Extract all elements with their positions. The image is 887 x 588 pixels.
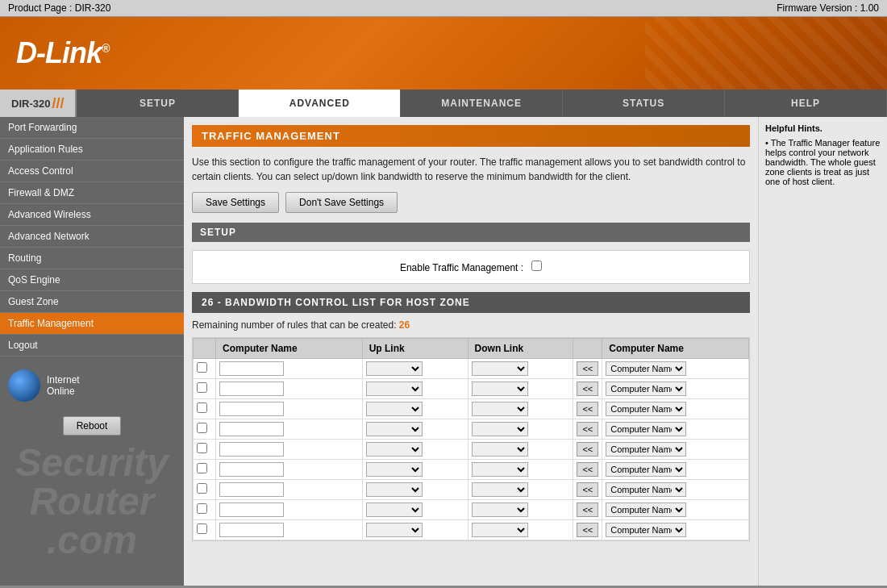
computer-name-select-7[interactable]: Computer Name (606, 503, 686, 517)
col-computer-name: Computer Name (216, 339, 363, 359)
sidebar-item-firewall-dmz[interactable]: Firewall & DMZ (0, 182, 184, 204)
computer-name-input-1[interactable] (219, 382, 284, 396)
section-title: TRAFFIC MANAGEMENT (192, 125, 750, 147)
table-row: << Computer Name (194, 520, 749, 540)
downlink-select-1[interactable] (472, 382, 528, 396)
downlink-select-8[interactable] (472, 523, 528, 537)
computer-name-input-3[interactable] (219, 422, 284, 436)
fill-button-6[interactable]: << (577, 482, 598, 497)
col-uplink: Up Link (362, 339, 468, 359)
downlink-select-6[interactable] (472, 482, 528, 497)
sidebar-item-port-forwarding[interactable]: Port Forwarding (0, 117, 184, 139)
computer-name-select-2[interactable]: Computer Name (606, 402, 686, 416)
row-checkbox-6[interactable] (197, 483, 207, 494)
remaining-text: Remaining number of rules that can be cr… (192, 319, 750, 331)
computer-name-input-0[interactable] (219, 361, 284, 376)
main-content: TRAFFIC MANAGEMENT Use this section to c… (184, 117, 758, 586)
uplink-select-4[interactable] (366, 442, 423, 457)
row-checkbox-0[interactable] (197, 362, 207, 373)
nav-tabs: DIR-320 /// SETUP ADVANCED MAINTENANCE S… (0, 90, 887, 117)
uplink-select-8[interactable] (366, 523, 423, 537)
fill-button-8[interactable]: << (577, 523, 598, 537)
computer-name-select-0[interactable]: Computer Name (606, 361, 686, 376)
fill-button-7[interactable]: << (577, 503, 598, 517)
row-checkbox-5[interactable] (197, 463, 207, 473)
internet-status: Online (47, 386, 80, 397)
sidebar-item-advanced-wireless[interactable]: Advanced Wireless (0, 204, 184, 226)
bandwidth-title: 26 - BANDWIDTH CONTROL LIST FOR HOST ZON… (192, 292, 750, 313)
sidebar-item-access-control[interactable]: Access Control (0, 161, 184, 182)
computer-name-select-1[interactable]: Computer Name (606, 382, 686, 396)
sidebar: Port Forwarding Application Rules Access… (0, 117, 184, 586)
computer-name-select-4[interactable]: Computer Name (606, 442, 686, 457)
enable-traffic-checkbox[interactable] (531, 261, 542, 271)
computer-name-input-5[interactable] (219, 462, 284, 477)
downlink-select-2[interactable] (472, 402, 528, 416)
downlink-select-4[interactable] (472, 442, 528, 457)
sidebar-item-routing[interactable]: Routing (0, 248, 184, 269)
table-row: << Computer Name (194, 440, 749, 460)
col-downlink: Down Link (468, 339, 573, 359)
downlink-select-0[interactable] (472, 361, 528, 376)
table-row: << Computer Name (194, 460, 749, 480)
row-checkbox-4[interactable] (197, 443, 207, 453)
row-checkbox-7[interactable] (197, 503, 207, 514)
computer-name-input-8[interactable] (219, 523, 284, 537)
reboot-button[interactable]: Reboot (63, 416, 122, 436)
bandwidth-table-container: Computer Name Up Link Down Link Computer… (192, 337, 750, 541)
tab-status[interactable]: STATUS (563, 90, 725, 117)
computer-name-input-6[interactable] (219, 482, 284, 497)
uplink-select-1[interactable] (366, 382, 423, 396)
row-checkbox-1[interactable] (197, 382, 207, 393)
enable-label: Enable Traffic Management : (400, 261, 542, 273)
sidebar-item-application-rules[interactable]: Application Rules (0, 139, 184, 161)
computer-name-select-6[interactable]: Computer Name (606, 482, 686, 497)
row-checkbox-3[interactable] (197, 423, 207, 433)
uplink-select-2[interactable] (366, 402, 423, 416)
sidebar-item-advanced-network[interactable]: Advanced Network (0, 226, 184, 248)
sidebar-internet-status: Internet Online (0, 361, 184, 410)
help-text: • The Traffic Manager feature helps cont… (765, 138, 881, 186)
row-checkbox-8[interactable] (197, 523, 207, 534)
content-wrapper: TRAFFIC MANAGEMENT Use this section to c… (184, 117, 887, 586)
fill-button-3[interactable]: << (577, 422, 598, 436)
tab-maintenance[interactable]: MAINTENANCE (401, 90, 563, 117)
table-row: << Computer Name (194, 480, 749, 500)
computer-name-select-5[interactable]: Computer Name (606, 462, 686, 477)
sidebar-item-logout[interactable]: Logout (0, 335, 184, 357)
internet-label: Internet (47, 374, 80, 386)
computer-name-select-3[interactable]: Computer Name (606, 422, 686, 436)
dont-save-button[interactable]: Don't Save Settings (285, 192, 398, 213)
computer-name-input-4[interactable] (219, 442, 284, 457)
fill-button-4[interactable]: << (577, 442, 598, 457)
computer-name-input-2[interactable] (219, 402, 284, 416)
setup-box: Enable Traffic Management : (192, 250, 750, 284)
row-checkbox-2[interactable] (197, 402, 207, 413)
fill-button-5[interactable]: << (577, 462, 598, 477)
sidebar-item-guest-zone[interactable]: Guest Zone (0, 291, 184, 313)
fill-button-0[interactable]: << (577, 361, 598, 376)
fill-button-1[interactable]: << (577, 382, 598, 396)
tab-setup[interactable]: SETUP (77, 90, 239, 117)
sidebar-item-traffic-management[interactable]: Traffic Management (0, 313, 184, 335)
uplink-select-0[interactable] (366, 361, 423, 376)
save-settings-button[interactable]: Save Settings (192, 192, 279, 213)
fill-button-2[interactable]: << (577, 402, 598, 416)
uplink-select-5[interactable] (366, 462, 423, 477)
nav-slash: /// (52, 95, 64, 112)
downlink-select-7[interactable] (472, 503, 528, 517)
top-bar: Product Page : DIR-320 Firmware Version … (0, 0, 887, 17)
computer-name-select-8[interactable]: Computer Name (606, 523, 686, 537)
computer-name-input-7[interactable] (219, 503, 284, 517)
uplink-select-7[interactable] (366, 503, 423, 517)
uplink-select-3[interactable] (366, 422, 423, 436)
uplink-select-6[interactable] (366, 482, 423, 497)
downlink-select-5[interactable] (472, 462, 528, 477)
table-row: << Computer Name (194, 359, 749, 379)
downlink-select-3[interactable] (472, 422, 528, 436)
tab-advanced[interactable]: ADVANCED (239, 90, 401, 117)
firmware-label: Firmware Version : 1.00 (777, 2, 879, 14)
sidebar-item-qos-engine[interactable]: QoS Engine (0, 269, 184, 291)
setup-bar: SETUP (192, 223, 750, 242)
tab-help[interactable]: HELP (725, 90, 887, 117)
